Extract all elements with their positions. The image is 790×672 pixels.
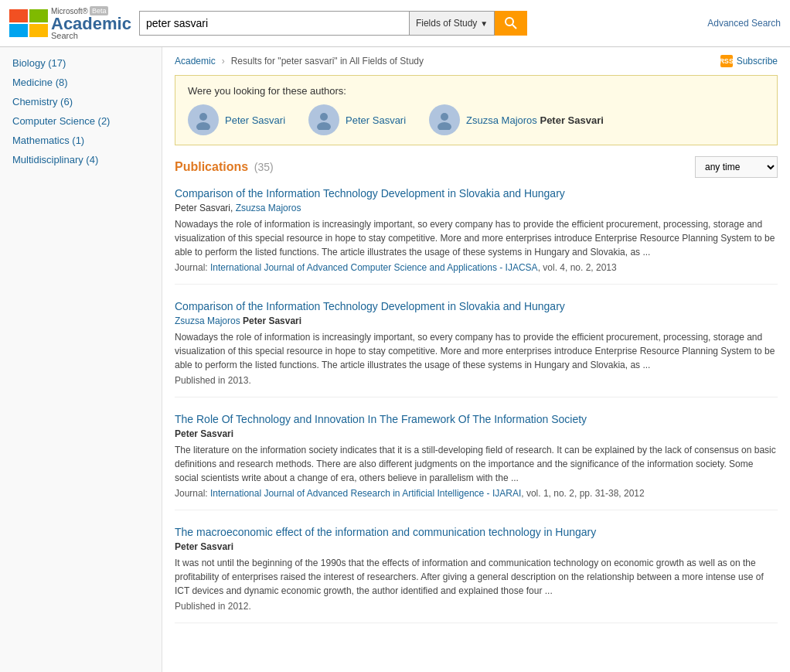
author-bold-2: Peter Sasvari (243, 316, 301, 326)
journal-prefix-1: Journal: (175, 262, 210, 273)
author-card-3[interactable]: Zsuzsa Majoros Peter Sasvari (429, 104, 604, 135)
author-name-1: Peter Sasvari (225, 114, 285, 126)
subscribe-label: Subscribe (737, 56, 778, 67)
pub-authors-1: Peter Sasvari, Zsuzsa Majoros (175, 203, 778, 213)
publications-header: Publications (35) any time last year las… (175, 156, 778, 178)
svg-point-7 (196, 122, 210, 130)
pub-title-2[interactable]: Comparison of the Information Technology… (175, 300, 778, 312)
time-filter-dropdown[interactable]: any time last year last 5 years last 10 … (695, 156, 778, 178)
author-suggestion-title: Were you looking for these authors: (188, 85, 764, 97)
svg-point-6 (199, 113, 207, 121)
microsoft-label-area: Microsoft® Beta Academic Search (51, 6, 131, 40)
content-area: Academic › Results for "peter sasvari" i… (162, 47, 790, 672)
search-input[interactable]: peter sasvari (139, 11, 410, 36)
header-right: Advanced Search (701, 18, 781, 29)
author-bold-4: Peter Sasvari (175, 541, 233, 552)
chevron-down-icon: ▼ (480, 19, 488, 28)
svg-point-9 (317, 122, 331, 130)
pub-journal-3: Journal: International Journal of Advanc… (175, 488, 778, 499)
journal-link-1[interactable]: International Journal of Advanced Comput… (210, 262, 538, 273)
search-button[interactable] (495, 11, 527, 36)
sidebar-link-multi[interactable]: Multidisciplinary (4) (12, 154, 98, 165)
author-card-1[interactable]: Peter Sasvari (188, 104, 285, 135)
publication-4: The macroeconomic effect of the informat… (175, 526, 778, 623)
author-avatar-2 (308, 104, 339, 135)
sidebar-item-computer-science[interactable]: Computer Science (2) (0, 111, 162, 131)
logo-area: Microsoft® Beta Academic Search (9, 6, 131, 40)
svg-rect-3 (29, 24, 48, 37)
sidebar: Biology (17) Medicine (8) Chemistry (6) … (0, 47, 162, 672)
publications-title-area: Publications (35) (175, 160, 274, 174)
svg-point-10 (441, 113, 448, 121)
publication-2: Comparison of the Information Technology… (175, 300, 778, 397)
rss-icon: RSS (720, 55, 733, 67)
sidebar-link-biology[interactable]: Biology (17) (12, 57, 66, 69)
sidebar-item-medicine[interactable]: Medicine (8) (0, 73, 162, 92)
breadcrumb-description: Results for "peter sasvari" in All Field… (231, 56, 424, 67)
sidebar-link-chemistry[interactable]: Chemistry (6) (12, 96, 73, 107)
publication-3: The Role Of Technology and Innovation In… (175, 413, 778, 510)
pub-abstract-3: The literature on the information societ… (175, 443, 778, 485)
sidebar-link-math[interactable]: Mathematics (1) (12, 135, 84, 146)
journal-link-3[interactable]: International Journal of Advanced Resear… (210, 488, 521, 499)
pub-abstract-4: It was not until the beginning of the 19… (175, 556, 778, 598)
pub-journal-1: Journal: International Journal of Advanc… (175, 262, 778, 273)
author-suggestion-box: Were you looking for these authors: Pete… (175, 75, 778, 145)
svg-point-8 (320, 113, 328, 121)
publication-1: Comparison of the Information Technology… (175, 187, 778, 285)
sidebar-item-chemistry[interactable]: Chemistry (6) (0, 92, 162, 111)
pub-title-3[interactable]: The Role Of Technology and Innovation In… (175, 413, 778, 425)
sidebar-item-mathematics[interactable]: Mathematics (1) (0, 131, 162, 150)
publications-count: (35) (254, 161, 274, 173)
subscribe-button[interactable]: RSS Subscribe (720, 55, 778, 67)
search-bar: peter sasvari Fields of Study ▼ (139, 11, 693, 36)
breadcrumb: Academic › Results for "peter sasvari" i… (175, 55, 778, 67)
svg-rect-2 (9, 24, 28, 37)
journal-suffix-3: , vol. 1, no. 2, pp. 31-38, 2012 (521, 488, 644, 499)
svg-line-5 (512, 25, 516, 29)
breadcrumb-home[interactable]: Academic (175, 56, 216, 67)
main-layout: Biology (17) Medicine (8) Chemistry (6) … (0, 47, 790, 672)
pub-title-1[interactable]: Comparison of the Information Technology… (175, 187, 778, 200)
publications-title: Publications (175, 160, 248, 173)
author-plain-1: Peter Sasvari, (175, 203, 233, 213)
fields-label: Fields of Study (416, 18, 477, 29)
breadcrumb-separator: › (222, 56, 225, 67)
person-icon-1 (193, 110, 213, 130)
logo-flag: Microsoft® Beta Academic Search (9, 6, 131, 40)
author-list: Peter Sasvari Peter Sasvari (188, 104, 764, 135)
header: Microsoft® Beta Academic Search peter sa… (0, 0, 790, 47)
author-card-2[interactable]: Peter Sasvari (308, 104, 406, 135)
author-bold-3: Peter Sasvari (175, 428, 233, 439)
pub-abstract-1: Nowadays the role of information is incr… (175, 217, 778, 259)
author-link-1[interactable]: Zsuzsa Majoros (236, 203, 301, 213)
author-avatar-3 (429, 104, 460, 135)
pub-authors-3: Peter Sasvari (175, 428, 778, 439)
microsoft-logo-icon (9, 9, 48, 37)
advanced-search-link[interactable]: Advanced Search (707, 18, 781, 29)
person-icon-3 (434, 110, 455, 130)
sidebar-item-multidisciplinary[interactable]: Multidisciplinary (4) (0, 150, 162, 169)
sidebar-link-medicine[interactable]: Medicine (8) (12, 77, 68, 88)
sidebar-item-biology[interactable]: Biology (17) (0, 53, 162, 73)
academic-text: Academic (51, 15, 131, 32)
pub-journal-4: Published in 2012. (175, 601, 778, 612)
sidebar-link-cs[interactable]: Computer Science (2) (12, 115, 110, 127)
pub-authors-2: Zsuzsa Majoros Peter Sasvari (175, 316, 778, 326)
svg-point-4 (506, 18, 513, 26)
fields-dropdown[interactable]: Fields of Study ▼ (410, 11, 495, 36)
search-icon (504, 16, 518, 30)
pub-authors-4: Peter Sasvari (175, 541, 778, 552)
author-name-2: Peter Sasvari (346, 114, 406, 126)
svg-rect-0 (9, 9, 28, 22)
pub-journal-2: Published in 2013. (175, 375, 778, 386)
author-name-3: Zsuzsa Majoros Peter Sasvari (466, 114, 604, 126)
person-icon-2 (314, 110, 334, 130)
journal-prefix-3: Journal: (175, 488, 210, 499)
pub-abstract-2: Nowadays the role of information is incr… (175, 330, 778, 372)
svg-point-11 (438, 122, 451, 130)
pub-title-4[interactable]: The macroeconomic effect of the informat… (175, 526, 778, 538)
journal-suffix-1: , vol. 4, no. 2, 2013 (538, 262, 617, 273)
author-link-2a[interactable]: Zsuzsa Majoros (175, 316, 243, 326)
breadcrumb-left: Academic › Results for "peter sasvari" i… (175, 56, 424, 67)
